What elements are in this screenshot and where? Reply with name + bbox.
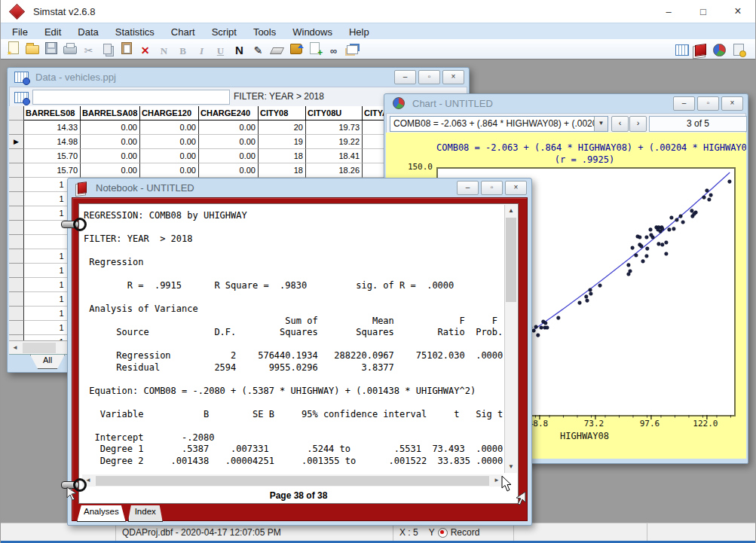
normal-text-icon[interactable]: N bbox=[155, 43, 173, 59]
notebook-hscrollbar[interactable]: ◄ ► bbox=[82, 474, 503, 487]
data-edit-field[interactable] bbox=[32, 90, 230, 105]
menu-script[interactable]: Script bbox=[204, 25, 245, 39]
column-header-barrels08[interactable]: BARRELS08 bbox=[24, 106, 81, 120]
table-cell[interactable]: 0.00 bbox=[81, 149, 140, 163]
print-icon[interactable] bbox=[61, 40, 78, 56]
row-selector[interactable] bbox=[9, 149, 24, 163]
chart-minimize-button[interactable]: – bbox=[673, 96, 695, 111]
row-selector[interactable] bbox=[9, 278, 24, 292]
equation-combobox[interactable]: COMB08 = -2.063 + (.864 * HIGHWAY08) + (… bbox=[390, 116, 608, 132]
eraser-icon[interactable] bbox=[268, 40, 286, 56]
column-header-charge240[interactable]: CHARGE240 bbox=[199, 106, 259, 120]
data-minimize-button[interactable]: – bbox=[394, 70, 416, 84]
save-icon[interactable] bbox=[42, 40, 60, 56]
table-cell[interactable]: 18 bbox=[259, 149, 306, 163]
notebook-hscroll-thumb[interactable] bbox=[96, 476, 489, 486]
page-flip-arrow-right-icon[interactable] bbox=[513, 490, 527, 505]
data-close-button[interactable]: × bbox=[442, 70, 464, 84]
table-cell[interactable]: 18.26 bbox=[306, 163, 363, 178]
chart-restore-button[interactable]: ▫ bbox=[697, 96, 719, 111]
row-selector[interactable] bbox=[9, 178, 24, 192]
column-header-barrelsa08[interactable]: BARRELSA08 bbox=[81, 106, 140, 120]
cut-icon[interactable]: ✂ bbox=[80, 42, 97, 59]
new-document-icon[interactable] bbox=[5, 40, 22, 56]
chart-pie-icon[interactable] bbox=[711, 41, 728, 58]
chart-close-button[interactable]: × bbox=[721, 96, 743, 111]
data-hscroll-thumb[interactable] bbox=[23, 343, 56, 353]
open-folder-icon[interactable] bbox=[23, 40, 41, 56]
menu-file[interactable]: File bbox=[4, 25, 36, 39]
notebook-close-button[interactable]: × bbox=[505, 181, 527, 195]
row-selector[interactable] bbox=[9, 192, 24, 206]
table-cell[interactable]: 19 bbox=[259, 135, 306, 149]
bold-icon[interactable]: B bbox=[174, 43, 191, 59]
table-cell[interactable]: 0.00 bbox=[199, 135, 259, 149]
table-cell[interactable]: 0.00 bbox=[81, 163, 140, 178]
table-cell[interactable]: 0.00 bbox=[140, 163, 199, 178]
italic-icon[interactable]: I bbox=[193, 43, 210, 59]
tab-index[interactable]: Index bbox=[128, 505, 163, 522]
row-selector[interactable] bbox=[9, 321, 24, 335]
table-cell[interactable]: 0.00 bbox=[140, 149, 199, 163]
font-icon[interactable]: N bbox=[231, 42, 248, 59]
table-cell[interactable]: 20 bbox=[259, 120, 306, 135]
menu-statistics[interactable]: Statistics bbox=[107, 25, 163, 39]
close-button[interactable]: × bbox=[721, 0, 755, 23]
add-record-icon[interactable] bbox=[306, 40, 323, 56]
import-book-icon[interactable] bbox=[287, 41, 305, 57]
tab-analyses[interactable]: Analyses bbox=[77, 505, 126, 522]
page-flip-arrow-left-icon[interactable] bbox=[66, 486, 79, 501]
paste-icon[interactable] bbox=[118, 40, 135, 56]
menu-data[interactable]: Data bbox=[69, 25, 106, 39]
data-grid-icon[interactable] bbox=[673, 41, 690, 58]
table-cell[interactable]: 0.00 bbox=[140, 120, 199, 135]
row-selector[interactable] bbox=[9, 235, 24, 249]
tab-all[interactable]: All bbox=[30, 355, 65, 369]
combobox-dropdown-icon[interactable]: ▼ bbox=[594, 117, 608, 131]
row-selector[interactable] bbox=[9, 249, 24, 264]
table-cell[interactable]: 15.70 bbox=[24, 163, 81, 178]
next-chart-button[interactable]: › bbox=[629, 116, 647, 132]
regression-output-text[interactable]: REGRESSION: COMB08 by UHIGHWAY FILTER: Y… bbox=[84, 210, 503, 473]
notebook-window-titlebar[interactable]: Notebook - UNTITLED – ▫ × bbox=[68, 178, 531, 197]
table-cell[interactable]: 0.00 bbox=[199, 120, 259, 135]
row-selector[interactable] bbox=[9, 335, 24, 340]
menu-edit[interactable]: Edit bbox=[36, 25, 69, 39]
notebook-restore-button[interactable]: ▫ bbox=[481, 181, 503, 195]
notebook-minimize-button[interactable]: – bbox=[457, 181, 479, 195]
notebook-icon[interactable] bbox=[692, 41, 709, 58]
data-restore-button[interactable]: ▫ bbox=[418, 70, 440, 84]
minimize-button[interactable]: – bbox=[651, 0, 686, 23]
table-cell[interactable]: 15.70 bbox=[24, 149, 81, 163]
underline-icon[interactable]: U bbox=[212, 43, 229, 59]
table-cell[interactable]: 18.41 bbox=[306, 149, 363, 163]
prev-chart-button[interactable]: ‹ bbox=[611, 116, 629, 132]
row-selector[interactable] bbox=[9, 307, 24, 321]
table-cell[interactable]: 19.73 bbox=[306, 120, 363, 135]
table-cell[interactable]: 14.33 bbox=[24, 120, 81, 135]
highlighter-icon[interactable]: ✎ bbox=[249, 42, 267, 59]
row-selector[interactable] bbox=[9, 292, 24, 307]
scroll-down-icon[interactable]: ▼ bbox=[505, 461, 517, 473]
column-header-charge120[interactable]: CHARGE120 bbox=[140, 106, 199, 120]
script-icon[interactable] bbox=[730, 41, 747, 58]
hand-report-icon[interactable] bbox=[344, 41, 361, 57]
table-cell[interactable]: 18 bbox=[259, 163, 306, 178]
maximize-button[interactable]: □ bbox=[686, 0, 721, 23]
copy-icon[interactable] bbox=[99, 41, 116, 57]
notebook-vscrollbar[interactable]: ▲ ▼ bbox=[504, 205, 517, 473]
column-header-city08u[interactable]: CITY08U bbox=[306, 106, 363, 120]
menu-help[interactable]: Help bbox=[341, 25, 378, 39]
scroll-up-icon[interactable]: ▲ bbox=[505, 205, 517, 217]
table-cell[interactable]: 14.98 bbox=[24, 135, 81, 149]
row-selector[interactable] bbox=[9, 221, 24, 235]
data-window-titlebar[interactable]: Data - vehicles.ppj – ▫ × bbox=[8, 68, 469, 86]
row-selector[interactable] bbox=[9, 120, 24, 135]
delete-icon[interactable]: ✕ bbox=[136, 42, 154, 59]
view-variables-icon[interactable]: ∞ bbox=[325, 43, 342, 59]
menu-chart[interactable]: Chart bbox=[163, 25, 204, 39]
table-cell[interactable]: 0.00 bbox=[199, 149, 259, 163]
scroll-left-icon[interactable]: ◄ bbox=[9, 342, 21, 354]
notebook-vscroll-thumb[interactable] bbox=[506, 218, 516, 302]
grid-settings-icon[interactable] bbox=[13, 89, 30, 105]
